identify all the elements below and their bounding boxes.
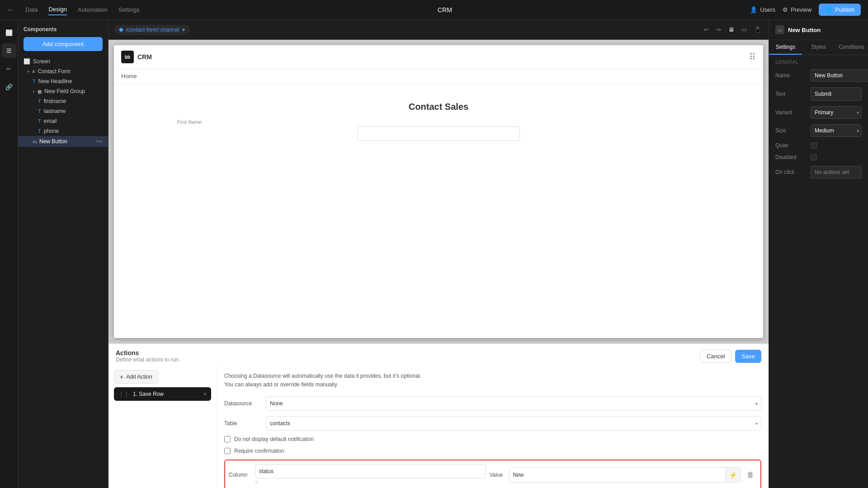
tab-styles[interactable]: Styles xyxy=(802,40,835,55)
icon-sidebar: ⬜ ☰ ✏ 🔗 xyxy=(0,20,18,488)
delete-column-button[interactable]: 🗑 xyxy=(744,469,757,481)
variant-select[interactable]: Primary Secondary Warning Danger xyxy=(811,106,862,119)
value-lightning-icon[interactable]: ⚡ xyxy=(726,468,740,482)
tree-item-field-group[interactable]: ▾ ▦ New Field Group xyxy=(18,86,108,96)
canvas-frame: bb CRM ⠿ Home Contact Sales First Name xyxy=(114,45,763,338)
field-icon-2: T xyxy=(38,108,41,114)
datasource-select[interactable]: None xyxy=(266,396,761,411)
require-confirmation-checkbox[interactable] xyxy=(224,448,231,454)
column-label: Column xyxy=(229,472,251,478)
tab-conditions[interactable]: Conditions xyxy=(835,40,868,55)
table-row: Table contacts ▾ xyxy=(224,416,761,431)
drag-icon: ⋮⋮ xyxy=(118,391,129,397)
actions-buttons: Cancel Save xyxy=(700,350,761,363)
nav-design[interactable]: Design xyxy=(48,4,66,15)
tab-settings[interactable]: Settings xyxy=(769,40,802,55)
save-button[interactable]: Save xyxy=(735,350,761,363)
name-input[interactable] xyxy=(811,69,868,82)
undo-button[interactable]: ↩ xyxy=(702,24,711,35)
on-click-value[interactable]: No actions set xyxy=(811,166,862,178)
actions-right: Choosing a Datasource will automatically… xyxy=(217,365,769,488)
topbar-left: ← Data Design Automation Settings xyxy=(7,4,140,15)
mobile-view-button[interactable]: 📱 xyxy=(752,24,763,35)
path-pill[interactable]: /contact-form/:channel ▾ xyxy=(114,25,190,35)
tree-item-firstname[interactable]: T firstname xyxy=(18,96,108,106)
tree-item-lastname[interactable]: T lastname xyxy=(18,106,108,116)
tablet-view-button[interactable]: ▭ xyxy=(740,24,749,35)
button-icon: ▭ xyxy=(33,139,37,144)
path-chevron-icon: ▾ xyxy=(182,27,185,33)
table-label: Table xyxy=(224,420,260,427)
component-panel: Components Add component ⬜ Screen ▾ ≡ Co… xyxy=(18,20,108,488)
table-select-wrap: contacts ▾ xyxy=(266,416,761,431)
no-default-notification-row: Do not display default notification xyxy=(224,436,761,442)
datasource-select-wrap: None ▾ xyxy=(266,396,761,411)
value-input-wrap: ⚡ xyxy=(509,467,741,483)
field-group-label: New Field Group xyxy=(44,88,85,94)
tree-item-screen[interactable]: ⬜ Screen xyxy=(18,56,108,66)
nav-automation[interactable]: Automation xyxy=(78,5,108,15)
actions-body: + Add Action ⋮⋮ 1. Save Row × Choosing xyxy=(108,365,769,488)
sidebar-icon-edit[interactable]: ✏ xyxy=(2,61,16,76)
props-header-title: New Button xyxy=(788,27,821,33)
nav-settings[interactable]: Settings xyxy=(118,5,140,15)
size-select[interactable]: Small Medium Large xyxy=(811,124,862,137)
action-close-icon[interactable]: × xyxy=(203,391,207,397)
table-select[interactable]: contacts xyxy=(266,416,761,431)
action-item-save-row[interactable]: ⋮⋮ 1. Save Row × xyxy=(114,387,211,401)
actions-panel: Actions Define what actions to run. Canc… xyxy=(108,343,769,488)
props-disabled-row: Disabled xyxy=(769,151,868,163)
tree-item-phone[interactable]: T phone xyxy=(18,126,108,136)
props-name-row: Name xyxy=(769,66,868,84)
topbar-right: 👤 Users ⚙ Preview 🌐 Publish xyxy=(750,4,861,16)
preview-button[interactable]: ⚙ Preview xyxy=(783,6,811,13)
sidebar-icon-link[interactable]: 🔗 xyxy=(2,80,16,94)
no-default-notification-checkbox[interactable] xyxy=(224,436,231,442)
path-dot xyxy=(119,28,123,32)
nav-data[interactable]: Data xyxy=(25,5,38,15)
group-icon: ▦ xyxy=(38,89,42,94)
no-default-notification-label: Do not display default notification xyxy=(234,436,314,442)
redo-button[interactable]: ↪ xyxy=(714,24,723,35)
topbar: ← Data Design Automation Settings CRM 👤 … xyxy=(0,0,868,20)
quiet-checkbox[interactable] xyxy=(811,142,817,149)
publish-button[interactable]: 🌐 Publish xyxy=(819,4,861,16)
props-onclick-row: On click No actions set xyxy=(769,163,868,181)
value-input[interactable] xyxy=(509,468,726,482)
props-header: ▭ New Button xyxy=(769,20,868,40)
main-layout: ⬜ ☰ ✏ 🔗 Components Add component ⬜ Scree… xyxy=(0,20,868,488)
sidebar-icon-screen[interactable]: ⬜ xyxy=(2,25,16,40)
tree-item-email[interactable]: T email xyxy=(18,116,108,126)
actions-left: + Add Action ⋮⋮ 1. Save Row × xyxy=(108,365,217,488)
tree-item-button[interactable]: ▭ New Button ••• xyxy=(18,136,108,147)
form-icon: ≡ xyxy=(32,69,35,74)
text-input[interactable] xyxy=(811,88,862,100)
cancel-button[interactable]: Cancel xyxy=(700,350,731,363)
desktop-view-button[interactable]: 🖥 xyxy=(726,24,736,35)
variant-label: Variant xyxy=(775,109,807,116)
column-select[interactable]: status xyxy=(255,464,486,479)
column-select-wrap: status ▾ xyxy=(255,464,486,485)
tree-item-headline[interactable]: T New Headline xyxy=(18,76,108,86)
canvas-and-actions: /contact-form/:channel ▾ ↩ ↪ 🖥 ▭ 📱 bb CR… xyxy=(108,20,769,488)
disabled-checkbox[interactable] xyxy=(811,154,817,160)
add-action-button[interactable]: + Add Action xyxy=(114,370,158,384)
sidebar-icon-layers[interactable]: ☰ xyxy=(2,43,16,58)
user-icon: 👤 xyxy=(750,6,757,13)
props-quiet-row: Quiet xyxy=(769,140,868,151)
name-label: Name xyxy=(775,72,807,79)
canvas-toolbar-right: ↩ ↪ 🖥 ▭ 📱 xyxy=(702,24,763,35)
preview-icon: ⚙ xyxy=(783,6,788,13)
users-button[interactable]: 👤 Users xyxy=(750,6,775,13)
column-row-highlighted: Column status ▾ Value ⚡ 🗑 xyxy=(224,460,761,488)
more-options-icon[interactable]: ••• xyxy=(96,138,103,145)
email-label: email xyxy=(44,118,57,124)
value-label: Value xyxy=(490,472,505,478)
quiet-label: Quiet xyxy=(775,142,807,149)
lastname-label: lastname xyxy=(44,108,66,114)
tree-item-contact-form[interactable]: ▾ ≡ Contact Form xyxy=(18,66,108,76)
add-component-button[interactable]: Add component xyxy=(24,37,103,51)
back-button[interactable]: ← xyxy=(7,6,14,14)
canvas-nav: Home xyxy=(114,69,763,84)
size-select-wrap: Small Medium Large ▾ xyxy=(811,124,862,137)
